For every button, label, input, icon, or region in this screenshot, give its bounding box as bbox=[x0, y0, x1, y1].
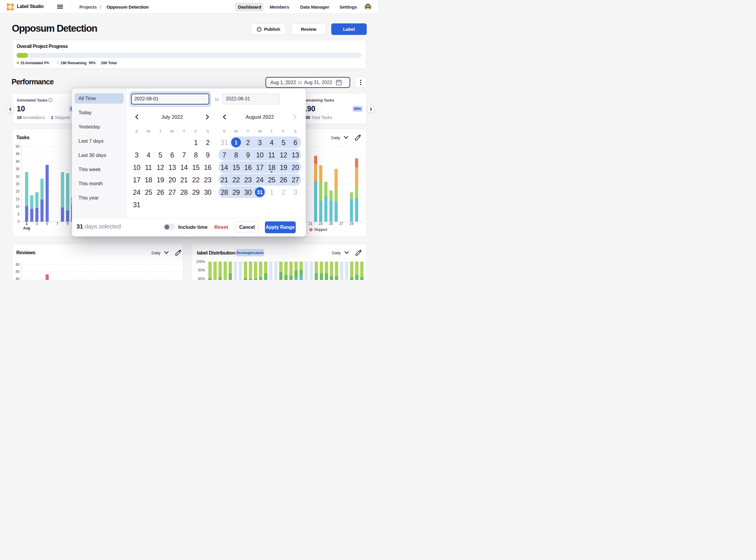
svg-text:9: 9 bbox=[66, 222, 69, 226]
svg-text:50: 50 bbox=[16, 262, 20, 267]
svg-text:25: 25 bbox=[16, 182, 20, 186]
svg-text:29: 29 bbox=[350, 222, 354, 226]
svg-text:1: 1 bbox=[26, 222, 28, 226]
svg-text:45: 45 bbox=[16, 269, 20, 274]
svg-text:Tasks: Tasks bbox=[16, 135, 29, 140]
svg-text:Daily: Daily bbox=[331, 136, 340, 140]
svg-text:label Distribution: label Distribution bbox=[197, 250, 235, 256]
svg-text:3: 3 bbox=[36, 222, 38, 226]
svg-text:23: 23 bbox=[319, 222, 323, 226]
svg-text:80%: 80% bbox=[198, 277, 205, 280]
svg-text:21: 21 bbox=[309, 222, 313, 226]
svg-text:15: 15 bbox=[16, 197, 20, 201]
svg-text:Daily: Daily bbox=[152, 251, 160, 255]
svg-text:100%: 100% bbox=[196, 260, 205, 264]
svg-text:25: 25 bbox=[329, 222, 333, 226]
svg-text:7: 7 bbox=[56, 222, 58, 226]
svg-text:27: 27 bbox=[339, 222, 343, 226]
svg-text:35: 35 bbox=[16, 167, 20, 171]
svg-text:20: 20 bbox=[16, 189, 20, 194]
svg-text:5: 5 bbox=[18, 212, 20, 216]
svg-text:45: 45 bbox=[16, 152, 20, 156]
svg-text:RectangleLabels: RectangleLabels bbox=[237, 251, 263, 255]
svg-text:40: 40 bbox=[16, 277, 20, 280]
svg-text:Aug: Aug bbox=[23, 226, 30, 230]
svg-text:40: 40 bbox=[16, 160, 20, 164]
svg-text:5: 5 bbox=[46, 222, 48, 226]
svg-text:10: 10 bbox=[16, 204, 20, 209]
svg-text:30: 30 bbox=[16, 175, 20, 179]
svg-text:50: 50 bbox=[16, 144, 20, 148]
svg-text:0: 0 bbox=[18, 220, 20, 224]
svg-text:Daily: Daily bbox=[332, 251, 341, 255]
svg-text:Reviews: Reviews bbox=[16, 250, 36, 256]
svg-text:Skipped: Skipped bbox=[314, 227, 327, 232]
svg-text:90%: 90% bbox=[198, 268, 205, 272]
